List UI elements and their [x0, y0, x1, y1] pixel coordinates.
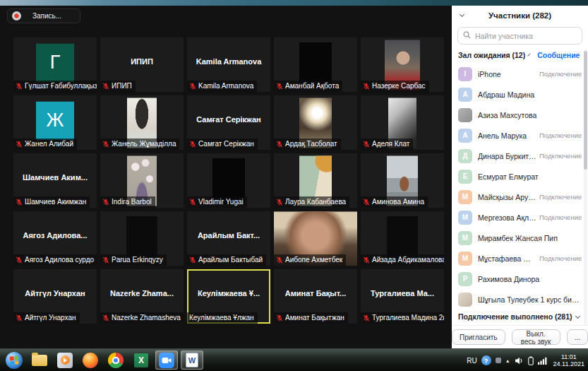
waiting-room-row[interactable]: ААнель МарукаПодключение...: [452, 125, 588, 146]
participant-video-grid: ГГүлшат ҒабибуллақызыИПИПИПИПKamila Arma…: [13, 37, 444, 324]
volume-icon[interactable]: [515, 357, 524, 365]
system-tray: RU ? ▲ 11:01 24.11.2021: [467, 349, 584, 371]
video-tile[interactable]: Шамчиев Аким...Шамчиев Акимжан: [13, 153, 97, 208]
mute-all-button[interactable]: Выкл. весь звук: [512, 329, 560, 345]
video-tile[interactable]: Vladimir Yugai: [187, 153, 270, 208]
waiting-room-header: Зал ожидания (12) Сообщение Приня: [452, 49, 588, 64]
video-tile[interactable]: Аягоз Адилова...Аягоз Адилова сурдо: [13, 211, 97, 266]
battery-icon[interactable]: [528, 356, 534, 365]
message-link[interactable]: Сообщение: [537, 51, 580, 59]
participant-name: Рахимова Динора: [478, 275, 582, 283]
tray-misc-icon[interactable]: [496, 358, 501, 363]
connection-status: Подключение...: [536, 213, 582, 221]
recording-indicator[interactable]: Запись...: [7, 8, 80, 23]
tile-name-label: ИПИП: [100, 81, 136, 92]
tile-name-text: Parua Erkinqyzy: [112, 256, 163, 264]
tile-name-label: Жанел Алибай: [13, 139, 77, 150]
zoom-camera-icon: [159, 353, 174, 368]
tile-name-label: Indira Barbol: [100, 196, 155, 208]
video-tile[interactable]: ИПИПИПИП: [100, 37, 184, 92]
waiting-room-row[interactable]: ММайсқызы Аружан СП...Подключение...: [452, 187, 588, 207]
show-hidden-icons[interactable]: ▲: [505, 358, 510, 363]
video-tile[interactable]: Лаура Кабанбаева: [274, 153, 357, 208]
firefox-icon: [83, 353, 98, 368]
tile-name-text: Аибопе Ахметбек: [285, 256, 342, 264]
firefox-taskbar-button[interactable]: [79, 351, 102, 370]
help-icon[interactable]: ?: [481, 355, 491, 365]
waiting-room-row[interactable]: IiPhoneПодключение...: [452, 64, 588, 84]
participant-name-center: Kamila Armanova: [187, 37, 270, 85]
language-indicator[interactable]: RU: [467, 357, 476, 365]
chevron-down-icon[interactable]: [575, 313, 580, 318]
waiting-room-row[interactable]: Шұғыла Тулеубек 1 курс бизнес.: [452, 289, 588, 310]
video-tile[interactable]: Айтгүл УнарханАйтгүл Унархан: [13, 269, 97, 324]
connected-header: Подключение выполнено (281): [452, 310, 588, 322]
zoom-taskbar-button[interactable]: [155, 351, 178, 370]
tile-name-text: Аягоз Адилова сурдо: [25, 256, 94, 264]
muted-mic-icon: [363, 314, 370, 322]
panel-scrollbar-thumb[interactable]: [584, 51, 587, 170]
network-signal-icon[interactable]: [538, 357, 547, 365]
invite-button[interactable]: Пригласить: [452, 329, 505, 345]
muted-mic-icon: [276, 199, 283, 206]
video-tile[interactable]: Ардақ Тасболат: [274, 95, 357, 150]
search-input[interactable]: [457, 27, 582, 45]
more-options-button[interactable]: ...: [567, 329, 588, 345]
video-tile[interactable]: Тургалиева Ма...Тургалиева Мадина 2к3ж: [361, 269, 444, 324]
tile-name-text: Indira Barbol: [112, 198, 152, 206]
tile-name-label: Назерке Сарбас: [361, 81, 429, 92]
tile-name-label: Аделя Клат: [361, 139, 413, 150]
tile-name-label: Айзада Абдикамалова: [361, 254, 444, 266]
waiting-room-row[interactable]: ММирамбек Жансая Пип: [452, 228, 588, 248]
tile-name-label: Жанель Жұмаділла: [100, 139, 179, 150]
video-tile[interactable]: Самғат СерікжанСамғат Серікжан: [187, 95, 270, 150]
excel-taskbar-button[interactable]: X: [130, 351, 152, 370]
video-tile[interactable]: Indira Barbol: [100, 153, 184, 208]
tile-name-text: ИПИП: [112, 82, 132, 90]
avatar: Д: [458, 149, 472, 163]
participant-name-center: Шамчиев Аким...: [13, 153, 97, 201]
video-tile[interactable]: Parua Erkinqyzy: [100, 211, 184, 266]
media-player-taskbar-button[interactable]: [54, 351, 76, 370]
muted-mic-icon: [189, 257, 196, 264]
video-tile[interactable]: Аманбай Ақбота: [274, 37, 357, 92]
video-tile[interactable]: Nazerke Zhama...Nazerke Zhamasheva: [100, 269, 184, 324]
waiting-room-row[interactable]: ЕЕсмурат Елмурат: [452, 166, 588, 187]
taskbar-clock[interactable]: 11:01 24.11.2021: [551, 353, 584, 368]
explorer-taskbar-button[interactable]: [28, 351, 51, 370]
video-tile[interactable]: Аминова Амина: [361, 153, 444, 208]
video-tile[interactable]: Аибопе Ахметбек: [274, 211, 357, 266]
tile-name-label: Kamila Armanova: [187, 81, 257, 92]
word-taskbar-button[interactable]: W: [181, 351, 203, 370]
video-tile[interactable]: Аминат Бақыт...Аминат Бақытжан: [274, 269, 357, 324]
tile-name-text: Айзада Абдикамалова: [372, 256, 444, 264]
avatar: М: [458, 190, 472, 204]
video-tile[interactable]: Жанель Жұмаділла: [100, 95, 184, 150]
tile-name-text: Назерке Сарбас: [372, 82, 426, 90]
waiting-room-row[interactable]: ММергезова АқлимаПодключение...: [452, 207, 588, 228]
waiting-room-row[interactable]: ДДинара БуркитоваПодключение...: [452, 146, 588, 166]
chrome-taskbar-button[interactable]: [104, 351, 127, 370]
waiting-room-row[interactable]: ММұстафаева ШұғылаПодключение...: [452, 248, 588, 269]
video-tile[interactable]: ГГүлшат Ғабибуллақызы: [13, 37, 97, 92]
video-tile[interactable]: Kamila ArmanovaKamila Armanova: [187, 37, 270, 92]
waiting-room-row[interactable]: РРахимова Динора: [452, 269, 588, 289]
start-button[interactable]: [3, 351, 25, 370]
waiting-room-row[interactable]: Азиза Махсутова: [452, 105, 588, 125]
zoom-video-area: Запись... ГГүлшат ҒабибуллақызыИПИПИПИПK…: [0, 6, 452, 348]
media-player-icon: [57, 353, 73, 368]
avatar: Е: [458, 170, 472, 184]
muted-mic-icon: [189, 199, 196, 206]
tile-name-label: Самғат Серікжан: [187, 139, 258, 150]
video-tile[interactable]: Кеулімжаева Ұ...Кеулімжаева Ұлжан: [187, 269, 270, 324]
participant-name: Мирамбек Жансая Пип: [478, 234, 582, 242]
waiting-room-row[interactable]: ААбдраш Мадина: [452, 84, 588, 105]
video-tile[interactable]: Арайлым Бакт...Арайлым Бактыбай: [187, 211, 270, 266]
chevron-down-icon[interactable]: [528, 53, 531, 56]
video-tile[interactable]: ЖЖанел Алибай: [13, 95, 97, 150]
tile-name-text: Шамчиев Акимжан: [25, 198, 86, 206]
participants-panel: Участники (282) Зал ожидания (12) Сообще…: [452, 6, 588, 348]
video-tile[interactable]: Айзада Абдикамалова: [361, 211, 444, 266]
video-tile[interactable]: Аделя Клат: [361, 95, 444, 150]
video-tile[interactable]: Назерке Сарбас: [361, 37, 444, 92]
